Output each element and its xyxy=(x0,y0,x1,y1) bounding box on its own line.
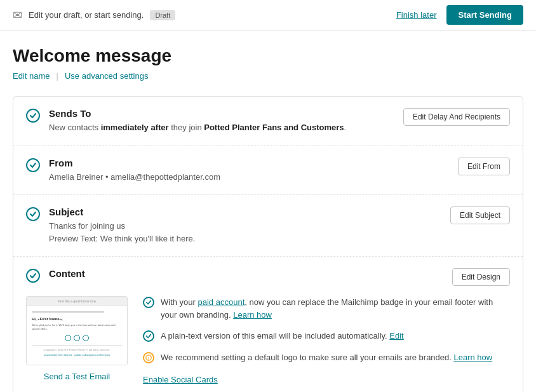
paid-account-link[interactable]: paid account xyxy=(198,297,245,307)
notice-2-icon xyxy=(143,330,154,342)
subject-body: Subject Thanks for joining us Preview Te… xyxy=(49,206,450,245)
from-desc: Amelia Breiner • amelia@thepottedplanter… xyxy=(49,171,458,184)
enable-social-cards-link[interactable]: Enable Social Cards xyxy=(143,375,510,384)
sends-to-desc-suffix: . xyxy=(344,123,347,132)
action-divider: | xyxy=(57,71,58,81)
from-email: amelia@thepottedplanter.com xyxy=(111,172,220,182)
notices: With your paid account, now you can repl… xyxy=(143,296,510,384)
page-actions: Edit name | Use advanced settings xyxy=(13,71,523,81)
notice-3: ! We recommend setting a default logo to… xyxy=(143,351,510,364)
sends-to-desc-bold1: immediately after xyxy=(101,123,169,132)
sends-to-desc-prefix: New contacts xyxy=(49,123,101,132)
page-content: Welcome message Edit name | Use advanced… xyxy=(0,30,536,392)
sends-to-check-icon xyxy=(26,109,40,123)
preview-circle-3 xyxy=(83,335,89,341)
notice-3-icon: ! xyxy=(143,352,154,363)
top-bar: ✉ Edit your draft, or start sending. Dra… xyxy=(0,0,536,30)
from-name: Amelia Breiner xyxy=(49,172,103,182)
content-check-icon xyxy=(26,269,40,283)
preview-circle-2 xyxy=(74,335,80,341)
notice-2: A plain-text version of this email will … xyxy=(143,330,510,342)
edit-delay-recipients-button[interactable]: Edit Delay And Recipients xyxy=(403,108,510,126)
start-sending-button[interactable]: Start Sending xyxy=(446,5,523,25)
preview-text-1: We're glad you're here. We'll keep you i… xyxy=(32,323,122,331)
notice-3-learn-how-link[interactable]: Learn how xyxy=(454,353,493,362)
sends-to-desc: New contacts immediately after they join… xyxy=(49,121,403,134)
email-icon: ✉ xyxy=(13,8,22,22)
preview-text: We think you'll like it here. xyxy=(98,234,195,243)
from-heading: From xyxy=(49,158,458,168)
settings-card: Sends To New contacts immediately after … xyxy=(13,96,523,392)
notice-1-text: With your paid account, now you can repl… xyxy=(161,296,510,321)
preview-body: Hi, «First Name», We're glad you're here… xyxy=(27,306,127,365)
sends-to-body: Sends To New contacts immediately after … xyxy=(49,108,403,134)
svg-text:!: ! xyxy=(148,356,149,360)
sends-to-desc-bold2: Potted Planter Fans and Customers xyxy=(204,123,344,132)
preview-label: Preview Text: xyxy=(49,234,98,243)
sends-to-desc-middle: they join xyxy=(169,123,204,132)
preview-line-1 xyxy=(32,311,104,313)
from-check-icon xyxy=(26,158,40,172)
content-body: Find this a good home now Hi, «First Nam… xyxy=(26,296,510,384)
sends-to-left: Sends To New contacts immediately after … xyxy=(26,108,403,134)
email-preview: Find this a good home now Hi, «First Nam… xyxy=(26,296,128,365)
page-title: Welcome message xyxy=(13,46,523,66)
from-left: From Amelia Breiner • amelia@thepottedpl… xyxy=(26,158,458,184)
edit-plain-text-link[interactable]: Edit xyxy=(389,331,403,341)
edit-from-button[interactable]: Edit From xyxy=(458,158,510,175)
subject-left: Subject Thanks for joining us Preview Te… xyxy=(26,206,450,245)
edit-design-button[interactable]: Edit Design xyxy=(452,268,510,286)
from-body: From Amelia Breiner • amelia@thepottedpl… xyxy=(49,158,458,184)
notice-2-text: A plain-text version of this email will … xyxy=(161,330,404,342)
content-heading: Content xyxy=(49,268,85,279)
sends-to-heading: Sends To xyxy=(49,108,403,119)
notice-1-icon xyxy=(143,297,154,308)
preview-title: Hi, «First Name», xyxy=(32,317,122,321)
top-bar-title: Edit your draft, or start sending. xyxy=(29,10,144,20)
use-advanced-link[interactable]: Use advanced settings xyxy=(65,71,149,81)
notice-3-text: We recommend setting a default logo to m… xyxy=(161,351,492,364)
subject-check-icon xyxy=(26,207,40,221)
preview-icons xyxy=(32,335,122,341)
sends-to-section: Sends To New contacts immediately after … xyxy=(13,97,523,146)
subject-section: Subject Thanks for joining us Preview Te… xyxy=(13,195,523,257)
preview-header: Find this a good home now xyxy=(27,297,127,306)
top-bar-right: Finish later Start Sending xyxy=(396,5,523,25)
top-bar-left: ✉ Edit your draft, or start sending. Dra… xyxy=(13,8,175,22)
notice-1: With your paid account, now you can repl… xyxy=(143,296,510,321)
content-left: Content xyxy=(26,268,452,283)
subject-preview: Preview Text: We think you'll like it he… xyxy=(49,233,450,245)
content-header: Content Edit Design xyxy=(26,268,510,286)
finish-later-button[interactable]: Finish later xyxy=(396,10,437,20)
preview-footer: Copyright © 2019 The Potted Planter ®, A… xyxy=(32,345,122,360)
edit-name-link[interactable]: Edit name xyxy=(13,71,50,81)
preview-circle-1 xyxy=(65,335,71,341)
edit-subject-button[interactable]: Edit Subject xyxy=(450,206,510,224)
send-test-email-link[interactable]: Send a Test Email xyxy=(26,372,128,381)
subject-text: Thanks for joining us xyxy=(49,220,450,233)
from-separator: • xyxy=(103,172,111,182)
content-section: Content Edit Design Find this a good hom… xyxy=(13,257,523,392)
from-section: From Amelia Breiner • amelia@thepottedpl… xyxy=(13,146,523,196)
email-preview-container: Find this a good home now Hi, «First Nam… xyxy=(26,296,128,381)
notice-1-learn-how-link[interactable]: Learn how xyxy=(233,310,272,320)
subject-heading: Subject xyxy=(49,206,450,217)
draft-badge: Draft xyxy=(150,10,175,20)
